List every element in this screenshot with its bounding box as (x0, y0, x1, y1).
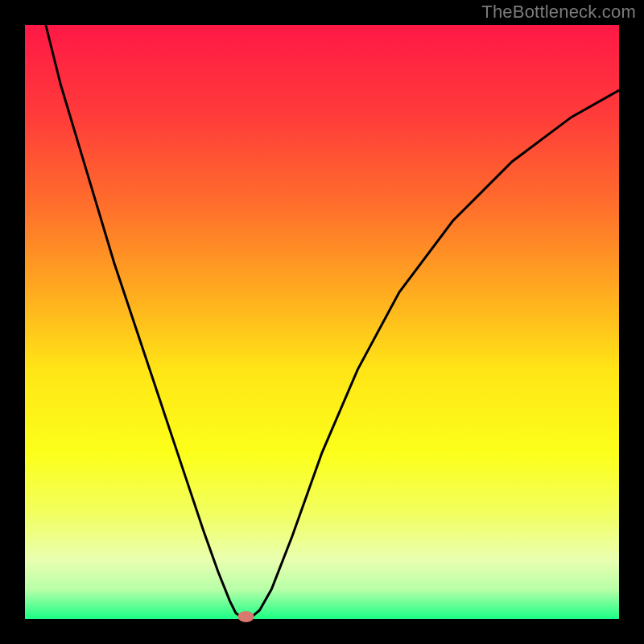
chart-frame: TheBottleneck.com (0, 0, 644, 644)
watermark-text: TheBottleneck.com (481, 2, 636, 23)
plot-background (25, 25, 619, 619)
optimal-point-marker (238, 611, 254, 622)
bottleneck-chart (0, 0, 644, 644)
